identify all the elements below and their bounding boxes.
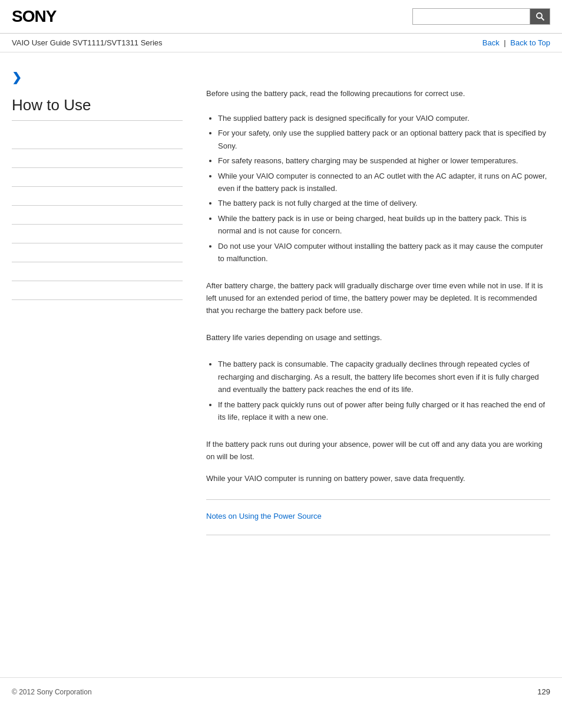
footer-copyright: © 2012 Sony Corporation: [12, 688, 92, 696]
svg-point-0: [537, 13, 542, 18]
guide-title: VAIO User Guide SVT1111/SVT1311 Series: [12, 38, 163, 47]
list-item: If the battery pack quickly runs out of …: [218, 398, 550, 424]
list-item[interactable]: [12, 187, 183, 206]
list-item[interactable]: [12, 262, 183, 281]
sony-logo: SONY: [12, 7, 56, 26]
sidebar-title: How to Use: [12, 96, 183, 121]
list-item: The battery pack is consumable. The capa…: [218, 358, 550, 396]
bullet-list-1: The supplied battery pack is designed sp…: [206, 112, 550, 265]
back-link[interactable]: Back: [482, 38, 500, 47]
content-divider: [206, 499, 550, 500]
list-item: Do not use your VAIO computer without in…: [218, 240, 550, 265]
search-area: [412, 8, 550, 25]
bullet-list-2: The battery pack is consumable. The capa…: [206, 358, 550, 423]
content-area: Before using the battery pack, read the …: [194, 64, 550, 654]
page-header: SONY: [0, 0, 562, 34]
svg-line-1: [541, 18, 544, 21]
list-item[interactable]: [12, 149, 183, 168]
bullet-section-2: The battery pack is consumable. The capa…: [206, 358, 550, 423]
list-item[interactable]: [12, 281, 183, 300]
list-item: For your safety, only use the supplied b…: [218, 127, 550, 152]
nav-links: Back | Back to Top: [482, 38, 550, 47]
list-item[interactable]: [12, 206, 183, 225]
list-item: The supplied battery pack is designed sp…: [218, 112, 550, 124]
sidebar: ❯ How to Use: [12, 64, 194, 654]
page-footer: © 2012 Sony Corporation 129: [0, 677, 562, 706]
paragraph-section-2: Battery life varies depending on usage a…: [206, 331, 550, 344]
content-paragraph-2: Battery life varies depending on usage a…: [206, 331, 550, 344]
bottom-link-section: Notes on Using the Power Source: [206, 512, 550, 521]
nav-separator: |: [504, 38, 505, 47]
list-item: While the battery pack is in use or bein…: [218, 212, 550, 238]
list-item: The battery pack is not fully charged at…: [218, 197, 550, 209]
list-item[interactable]: [12, 168, 183, 187]
list-item: For safety reasons, battery charging may…: [218, 154, 550, 167]
list-item: While your VAIO computer is connected to…: [218, 170, 550, 195]
list-item[interactable]: [12, 225, 183, 243]
content-paragraph-1: After battery charge, the battery pack w…: [206, 279, 550, 317]
main-container: ❯ How to Use Before using the battery pa…: [0, 52, 562, 666]
content-intro: Before using the battery pack, read the …: [206, 88, 550, 100]
search-button[interactable]: [530, 8, 550, 25]
bullet-section-1: The supplied battery pack is designed sp…: [206, 112, 550, 265]
list-item[interactable]: [12, 243, 183, 262]
content-paragraph-4: While your VAIO computer is running on b…: [206, 472, 550, 485]
paragraph-section-1: After battery charge, the battery pack w…: [206, 279, 550, 317]
content-divider-2: [206, 535, 550, 535]
search-icon: [535, 12, 545, 21]
page-number: 129: [537, 687, 550, 696]
list-item[interactable]: [12, 130, 183, 149]
notes-power-source-link[interactable]: Notes on Using the Power Source: [206, 512, 322, 521]
sidebar-nav-list: [12, 130, 183, 300]
paragraph-section-3: If the battery pack runs out during your…: [206, 438, 550, 485]
content-paragraph-3: If the battery pack runs out during your…: [206, 438, 550, 463]
sidebar-arrow: ❯: [12, 70, 183, 84]
nav-bar: VAIO User Guide SVT1111/SVT1311 Series B…: [0, 34, 562, 52]
search-input[interactable]: [412, 8, 530, 25]
back-to-top-link[interactable]: Back to Top: [510, 38, 550, 47]
